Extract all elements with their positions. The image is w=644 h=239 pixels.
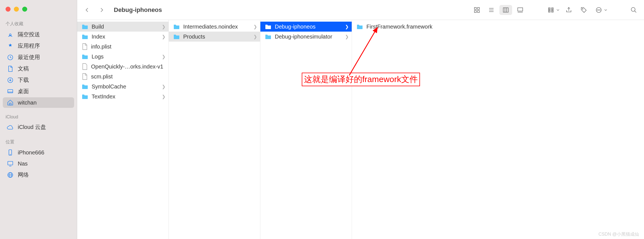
svg-rect-30	[552, 9, 553, 11]
file-row[interactable]: Intermediates.noindex❯	[169, 22, 260, 32]
sidebar-item-phone[interactable]: iPhone666	[3, 147, 74, 158]
back-button[interactable]	[82, 4, 93, 16]
svg-rect-16	[474, 11, 476, 12]
svg-rect-14	[474, 7, 476, 9]
file-label: Debug-iphonesimulator	[275, 34, 342, 40]
sidebar-item-label: 应用程序	[18, 42, 40, 50]
list-view-button[interactable]	[485, 5, 498, 15]
file-row[interactable]: SymbolCache❯	[77, 82, 168, 91]
sidebar-item-airdrop[interactable]: 隔空投送	[3, 29, 74, 40]
sidebar-item-label: 隔空投送	[18, 31, 40, 38]
column-view-button[interactable]	[499, 5, 512, 15]
sidebar-section-title: iCloud	[0, 113, 77, 121]
actions-button[interactable]	[593, 5, 607, 15]
file-label: Logs	[92, 54, 159, 60]
airdrop-icon	[7, 31, 14, 38]
document-icon	[82, 73, 88, 80]
sidebar-item-label: Nas	[18, 161, 28, 167]
chevron-right-icon: ❯	[162, 34, 166, 39]
svg-rect-27	[549, 9, 550, 11]
column-3: FirstFramework.framework	[352, 20, 644, 239]
sidebar-item-apps[interactable]: 应用程序	[3, 40, 74, 51]
sidebar-item-desktop[interactable]: 桌面	[3, 86, 74, 97]
svg-rect-9	[8, 161, 13, 165]
forward-button[interactable]	[96, 4, 107, 16]
file-row[interactable]: Debug-iphoneos❯	[260, 22, 352, 32]
folder-icon	[265, 24, 271, 29]
svg-line-38	[635, 11, 636, 12]
desktop-icon	[7, 88, 14, 95]
annotation-text: 这就是编译好的framework文件	[302, 73, 420, 86]
sidebar-item-label: iCloud 云盘	[18, 123, 46, 131]
file-row[interactable]: TextIndex❯	[77, 91, 168, 101]
apps-icon	[7, 42, 14, 50]
finder-window: 个人收藏隔空投送应用程序最近使用文稿下载桌面witchaniCloudiClou…	[0, 0, 644, 239]
gallery-view-button[interactable]	[514, 5, 527, 15]
watermark: CSDN @小黑猫成仙	[598, 232, 639, 237]
folder-icon	[265, 34, 271, 39]
column-2: Debug-iphoneos❯Debug-iphonesimulator❯	[260, 20, 352, 239]
sidebar-item-globe[interactable]: 网络	[3, 169, 74, 180]
sidebar-item-docs[interactable]: 文稿	[3, 63, 74, 74]
file-row[interactable]: Products❯	[169, 32, 260, 42]
chevron-right-icon: ❯	[345, 24, 349, 29]
sidebar-item-monitor[interactable]: Nas	[3, 158, 74, 169]
view-mode-group	[470, 4, 527, 16]
recent-icon	[7, 54, 14, 61]
file-label: Build	[92, 24, 159, 30]
svg-rect-24	[518, 8, 523, 11]
document-icon	[82, 43, 88, 50]
file-label: FirstFramework.framework	[366, 24, 641, 30]
folder-icon	[356, 24, 363, 29]
toolbar: Debug-iphoneos	[77, 0, 644, 20]
sidebar-section-title: 个人收藏	[0, 19, 77, 29]
chevron-right-icon: ❯	[162, 24, 166, 29]
search-button[interactable]	[628, 5, 640, 15]
file-row[interactable]: scm.plist	[77, 72, 168, 82]
file-label: Products	[183, 34, 250, 40]
file-label: Intermediates.noindex	[183, 24, 250, 30]
sidebar-item-label: 最近使用	[18, 54, 40, 61]
file-row[interactable]: Debug-iphonesimulator❯	[260, 32, 352, 42]
sidebar-item-cloud[interactable]: iCloud 云盘	[3, 122, 74, 133]
share-button[interactable]	[563, 5, 575, 15]
icon-view-button[interactable]	[471, 5, 483, 15]
tags-button[interactable]	[578, 5, 590, 15]
close-button[interactable]	[6, 7, 11, 12]
cloud-icon	[7, 124, 14, 131]
svg-rect-15	[477, 7, 479, 9]
file-row[interactable]: FirstFramework.framework	[352, 22, 644, 32]
maximize-button[interactable]	[22, 7, 27, 12]
file-row[interactable]: Index❯	[77, 32, 168, 42]
file-row[interactable]: Build❯	[77, 22, 168, 32]
chevron-right-icon: ❯	[162, 84, 166, 89]
file-label: info.plist	[91, 44, 166, 50]
svg-rect-6	[9, 103, 11, 105]
file-label: Index	[92, 34, 159, 40]
svg-rect-29	[552, 8, 553, 9]
svg-rect-28	[549, 11, 550, 12]
sidebar-item-recent[interactable]: 最近使用	[3, 52, 74, 63]
file-label: OpenQuickly-…orks.index-v1	[91, 63, 166, 70]
downloads-icon	[7, 77, 14, 84]
minimize-button[interactable]	[14, 7, 19, 12]
file-label: TextIndex	[92, 93, 159, 100]
file-label: scm.plist	[91, 73, 166, 80]
column-view: Build❯Index❯info.plistLogs❯OpenQuickly-……	[77, 20, 644, 239]
sidebar-item-downloads[interactable]: 下载	[3, 75, 74, 85]
phone-icon	[7, 149, 14, 156]
svg-rect-31	[552, 11, 553, 12]
group-by-button[interactable]	[545, 5, 560, 15]
sidebar: 个人收藏隔空投送应用程序最近使用文稿下载桌面witchaniCloudiClou…	[0, 0, 77, 239]
chevron-right-icon: ❯	[162, 54, 166, 59]
svg-rect-4	[8, 90, 13, 93]
home-icon	[7, 99, 14, 106]
main-area: Debug-iphoneos Build❯Index❯i	[77, 0, 644, 239]
column-0: Build❯Index❯info.plistLogs❯OpenQuickly-……	[77, 20, 169, 239]
file-row[interactable]: Logs❯	[77, 52, 168, 62]
sidebar-item-label: witchan	[18, 100, 37, 106]
sidebar-item-label: 桌面	[18, 88, 29, 95]
file-row[interactable]: OpenQuickly-…orks.index-v1	[77, 62, 168, 72]
file-row[interactable]: info.plist	[77, 42, 168, 52]
sidebar-item-home[interactable]: witchan	[3, 97, 74, 108]
